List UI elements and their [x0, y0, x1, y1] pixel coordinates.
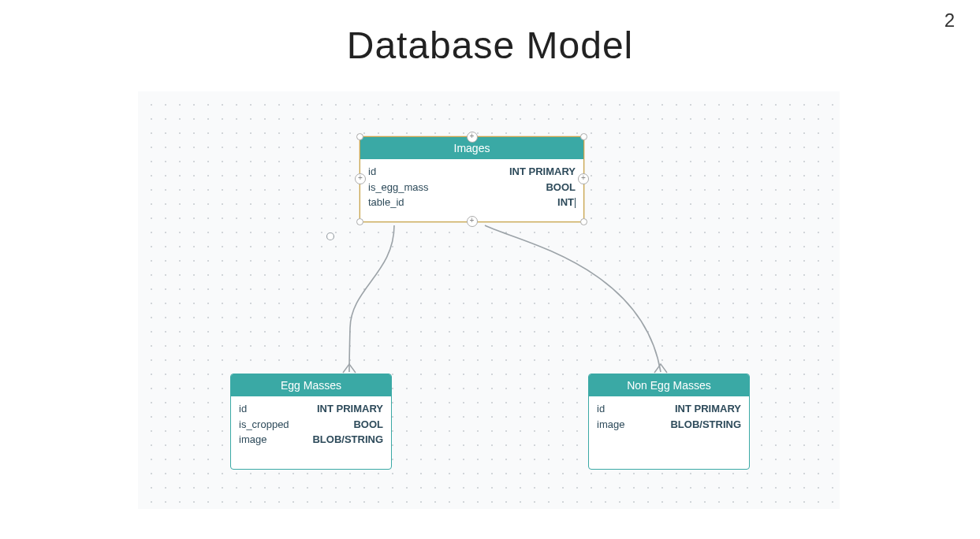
- port-right[interactable]: [578, 173, 589, 184]
- entity-egg-masses[interactable]: Egg Masses id INT PRIMARY is_cropped BOO…: [230, 374, 392, 470]
- column-row: table_id INT: [368, 195, 576, 210]
- column-name: id: [597, 401, 605, 417]
- column-name: table_id: [368, 195, 404, 210]
- selection-handle[interactable]: [580, 218, 587, 225]
- column-type: INT PRIMARY: [317, 401, 383, 417]
- column-name: id: [368, 164, 376, 180]
- diagram-canvas[interactable]: Images id INT PRIMARY is_egg_mass BOOL t…: [138, 91, 840, 509]
- port-top[interactable]: [467, 132, 478, 143]
- column-type: BLOB/STRING: [670, 417, 741, 433]
- selection-handle[interactable]: [356, 218, 363, 225]
- column-type: INT PRIMARY: [675, 401, 741, 417]
- column-row: image BLOB/STRING: [239, 432, 383, 448]
- column-row: id INT PRIMARY: [597, 401, 741, 417]
- column-name: is_egg_mass: [368, 180, 429, 195]
- column-row: id INT PRIMARY: [239, 401, 383, 417]
- selection-handle[interactable]: [580, 133, 587, 140]
- slide-title: Database Model: [0, 24, 980, 67]
- column-name: id: [239, 401, 247, 417]
- selection-handle[interactable]: [356, 133, 363, 140]
- entity-non-egg-masses[interactable]: Non Egg Masses id INT PRIMARY image BLOB…: [588, 374, 750, 470]
- port-bottom[interactable]: [467, 216, 478, 227]
- column-type: BOOL: [546, 180, 576, 195]
- column-name: is_cropped: [239, 417, 289, 433]
- svg-point-0: [327, 233, 334, 240]
- column-row: is_cropped BOOL: [239, 417, 383, 433]
- column-type: BOOL: [353, 417, 383, 433]
- column-type: INT: [557, 195, 576, 210]
- text-cursor: [575, 198, 576, 208]
- entity-images[interactable]: Images id INT PRIMARY is_egg_mass BOOL t…: [360, 136, 584, 222]
- column-row: is_egg_mass BOOL: [368, 180, 576, 195]
- column-row: image BLOB/STRING: [597, 417, 741, 433]
- column-row: id INT PRIMARY: [368, 164, 576, 180]
- entity-header: Non Egg Masses: [589, 374, 749, 396]
- entity-body[interactable]: id INT PRIMARY is_egg_mass BOOL table_id…: [360, 159, 583, 221]
- column-name: image: [597, 417, 624, 433]
- entity-body[interactable]: id INT PRIMARY image BLOB/STRING: [589, 396, 749, 443]
- port-left[interactable]: [355, 173, 366, 184]
- column-type: BLOB/STRING: [312, 432, 383, 448]
- column-name: image: [239, 432, 266, 448]
- entity-header: Egg Masses: [231, 374, 391, 396]
- entity-body[interactable]: id INT PRIMARY is_cropped BOOL image BLO…: [231, 396, 391, 459]
- column-type: INT PRIMARY: [509, 164, 576, 180]
